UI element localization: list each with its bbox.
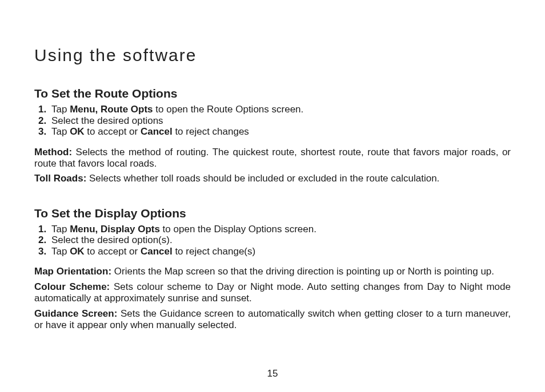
list-item: Tap OK to accept or Cancel to reject cha… xyxy=(49,126,511,138)
definition-map-orientation: Map Orientation: Orients the Map screen … xyxy=(34,266,511,277)
section-title-route-options: To Set the Route Options xyxy=(34,87,511,100)
definition-colour-scheme: Colour Scheme: Sets colour scheme to Day… xyxy=(34,281,511,305)
step-text: to reject changes xyxy=(173,126,249,137)
step-text: Tap xyxy=(51,224,70,235)
step-text-bold: Menu, Display Opts xyxy=(70,224,160,235)
step-text-bold: Cancel xyxy=(141,126,173,137)
definition-text: Selects whether toll roads should be inc… xyxy=(89,173,439,184)
step-text: to open the Route Options screen. xyxy=(153,104,304,115)
definition-text: Selects the method of routing. The quick… xyxy=(34,147,511,169)
step-text: Tap xyxy=(51,126,70,137)
list-item: Select the desired option(s). xyxy=(49,235,511,246)
list-item: Tap Menu, Display Opts to open the Displ… xyxy=(49,224,511,235)
step-text: Tap xyxy=(51,104,70,115)
step-text-bold: OK xyxy=(70,126,85,137)
definition-toll-roads: Toll Roads: Selects whether toll roads s… xyxy=(34,173,511,184)
definition-lead: Map Orientation: xyxy=(34,266,114,277)
step-text: to open the Display Options screen. xyxy=(160,224,316,235)
step-text: Tap xyxy=(51,246,70,257)
definition-lead: Guidance Screen: xyxy=(34,308,121,319)
document-page: Using the software To Set the Route Opti… xyxy=(0,0,545,392)
definition-lead: Toll Roads: xyxy=(34,173,89,184)
step-text: to accept or xyxy=(85,126,141,137)
list-item: Tap OK to accept or Cancel to reject cha… xyxy=(49,246,511,257)
display-options-steps: Tap Menu, Display Opts to open the Displ… xyxy=(34,224,511,257)
list-item: Select the desired options xyxy=(49,115,511,127)
chapter-title: Using the software xyxy=(34,46,511,65)
definition-method: Method: Selects the method of routing. T… xyxy=(34,147,511,170)
list-item: Tap Menu, Route Opts to open the Route O… xyxy=(49,104,511,115)
step-text: to accept or xyxy=(85,246,141,257)
definition-lead: Method: xyxy=(34,147,76,157)
step-text-bold: Cancel xyxy=(141,246,173,257)
definition-text: Orients the Map screen so that the drivi… xyxy=(114,266,494,277)
page-number: 15 xyxy=(0,368,545,379)
route-options-steps: Tap Menu, Route Opts to open the Route O… xyxy=(34,104,511,138)
definition-guidance-screen: Guidance Screen: Sets the Guidance scree… xyxy=(34,308,511,332)
definition-lead: Colour Scheme: xyxy=(34,281,114,292)
step-text-bold: Menu, Route Opts xyxy=(70,104,153,115)
step-text: Select the desired options xyxy=(51,115,163,126)
section-title-display-options: To Set the Display Options xyxy=(34,207,511,220)
step-text: to reject change(s) xyxy=(173,246,256,257)
step-text: Select the desired option(s). xyxy=(51,235,173,245)
step-text-bold: OK xyxy=(70,246,85,257)
